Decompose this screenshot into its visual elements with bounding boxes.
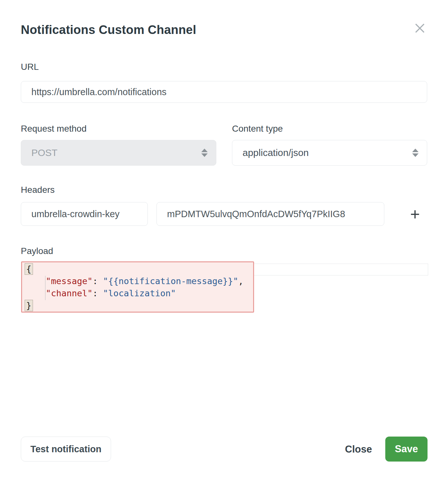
matching-bracket-close: } [25,300,33,311]
url-label: URL [21,62,39,72]
content-type-label: Content type [232,124,283,134]
save-button[interactable]: Save [385,437,428,462]
header-value-input[interactable] [156,202,384,226]
code-line: "channel": "localization" [25,287,253,299]
close-button[interactable]: Close [345,444,372,455]
add-header-button[interactable]: + [404,203,426,225]
payload-code-editor[interactable]: { "message": "{{notification-message}}",… [21,261,254,313]
page-title: Notifications Custom Channel [21,23,196,37]
content-type-select[interactable]: application/json [232,140,427,166]
request-method-select: POST [21,140,216,166]
code-line: { [25,263,253,275]
payload-label: Payload [21,246,53,256]
headers-label: Headers [21,185,55,195]
test-notification-button[interactable]: Test notification [21,437,111,462]
code-line: } [25,299,253,312]
chevron-up-down-icon [412,149,419,157]
close-icon[interactable] [412,20,428,36]
matching-bracket-open: { [25,263,33,275]
content-type-value: application/json [243,147,309,158]
code-line: "message": "{{notification-message}}", [25,275,253,287]
notifications-custom-channel-dialog: Notifications Custom Channel URL Request… [0,0,448,483]
plus-icon: + [410,205,420,224]
header-key-input[interactable] [21,202,148,226]
chevron-up-down-icon [201,149,208,157]
x-mark-icon [414,22,426,34]
request-method-value: POST [31,147,58,158]
request-method-label: Request method [21,124,86,134]
url-input[interactable] [21,81,427,103]
indent-guide [45,276,45,300]
